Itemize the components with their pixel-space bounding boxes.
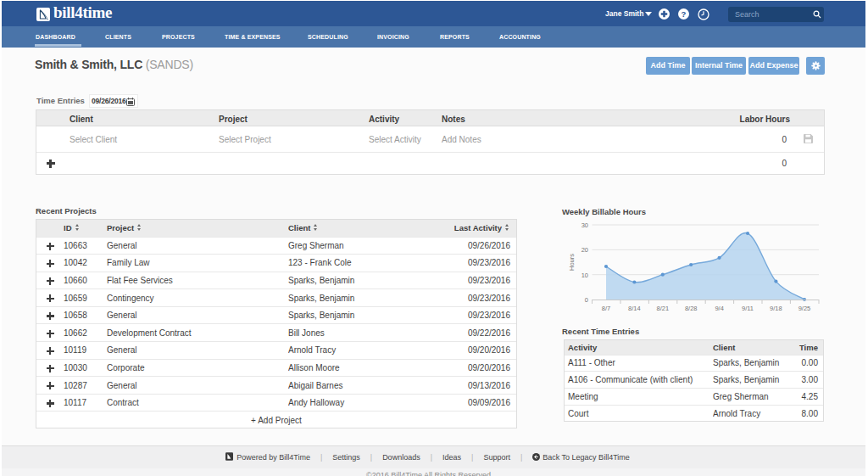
svg-text:10: 10: [581, 272, 588, 279]
svg-text:8/14: 8/14: [628, 305, 641, 312]
svg-text:9/11: 9/11: [742, 305, 754, 312]
svg-text:8/21: 8/21: [656, 305, 669, 312]
svg-text:30: 30: [581, 221, 588, 229]
svg-text:9/4: 9/4: [715, 305, 723, 312]
svg-text:8/7: 8/7: [602, 305, 610, 312]
svg-text:Hours: Hours: [568, 254, 576, 271]
svg-text:0: 0: [585, 296, 588, 304]
svg-text:9/25: 9/25: [798, 305, 811, 312]
svg-text:8/28: 8/28: [685, 305, 698, 312]
svg-text:?: ?: [682, 9, 687, 19]
svg-text:20: 20: [581, 246, 588, 254]
svg-text:9/18: 9/18: [770, 305, 782, 312]
